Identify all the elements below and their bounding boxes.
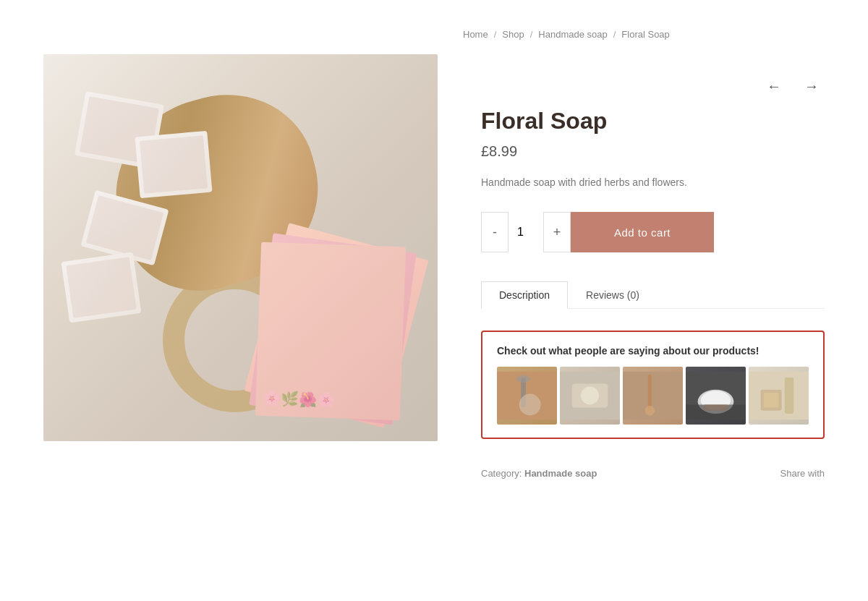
category-label: Category:: [481, 468, 522, 479]
breadcrumb-home[interactable]: Home: [463, 29, 488, 40]
product-description: Handmade soap with dried herbs and flowe…: [481, 174, 825, 190]
breadcrumb-sep3: /: [613, 29, 616, 40]
social-image-3: [623, 367, 683, 425]
product-tabs: Description Reviews (0): [481, 281, 825, 309]
tab-description[interactable]: Description: [481, 281, 568, 309]
social-proof-images: [497, 367, 809, 425]
add-to-cart-row: - + Add to cart: [481, 212, 825, 252]
svg-point-9: [645, 406, 655, 416]
breadcrumb-sep1: /: [494, 29, 497, 40]
share-section: Share with: [780, 468, 825, 479]
svg-point-2: [516, 375, 531, 383]
breadcrumb-sep2: /: [530, 29, 533, 40]
product-price: £8.99: [481, 143, 825, 160]
product-image-column: [43, 54, 438, 441]
svg-point-3: [519, 394, 541, 416]
category-value: Handmade soap: [524, 468, 597, 479]
breadcrumb-current: Floral Soap: [621, 29, 669, 40]
prev-product-button[interactable]: ←: [761, 76, 787, 96]
svg-rect-8: [648, 375, 652, 411]
svg-rect-14: [704, 405, 728, 411]
soap-bar-2: [135, 131, 212, 198]
quantity-control: - +: [481, 212, 571, 252]
product-footer: Category: Handmade soap Share with: [481, 453, 825, 479]
soap-bar-4: [61, 252, 142, 323]
social-proof-box: Check out what people are saying about o…: [481, 331, 825, 439]
social-proof-heading: Check out what people are saying about o…: [497, 345, 809, 357]
product-image: [43, 54, 438, 441]
breadcrumb-category[interactable]: Handmade soap: [538, 29, 607, 40]
floral-paper-stack: [257, 239, 416, 427]
next-product-button[interactable]: →: [799, 76, 825, 96]
quantity-increase-button[interactable]: +: [544, 212, 570, 252]
svg-rect-16: [785, 378, 793, 414]
social-image-2: [560, 367, 620, 425]
svg-point-6: [581, 387, 599, 405]
social-image-1: [497, 367, 557, 425]
breadcrumb-shop[interactable]: Shop: [502, 29, 524, 40]
breadcrumb: Home / Shop / Handmade soap / Floral Soa…: [463, 29, 825, 40]
social-image-4: [686, 367, 746, 425]
add-to-cart-button[interactable]: Add to cart: [571, 212, 714, 252]
tab-reviews[interactable]: Reviews (0): [568, 281, 658, 309]
share-label: Share with: [780, 468, 825, 479]
quantity-input[interactable]: [508, 212, 544, 252]
svg-rect-18: [764, 393, 779, 408]
quantity-decrease-button[interactable]: -: [482, 212, 508, 252]
product-title: Floral Soap: [481, 108, 825, 135]
product-info-column: ← → Floral Soap £8.99 Handmade soap with…: [481, 54, 825, 479]
floral-layer-3: [255, 242, 406, 421]
nav-arrows: ← →: [481, 76, 825, 96]
category-info: Category: Handmade soap: [481, 468, 597, 479]
social-image-5: [749, 367, 809, 425]
